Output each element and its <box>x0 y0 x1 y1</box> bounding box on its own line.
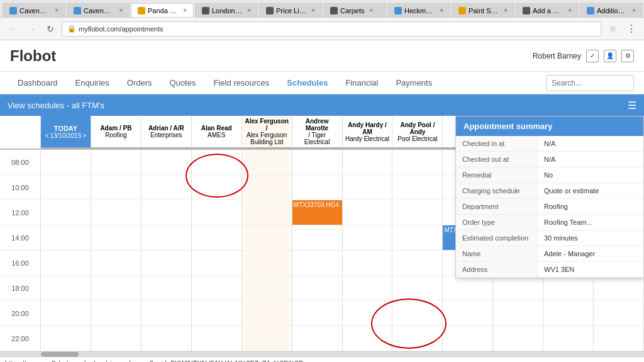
col-header-andy-h: Andy Hardy / AM Hardy Electrical <box>343 116 393 149</box>
nav-payments[interactable]: Payments <box>388 74 440 91</box>
summary-value-address: WV1 3EN <box>538 262 643 277</box>
summary-label-remedial: Remedial <box>456 167 538 183</box>
back-button[interactable]: ← <box>5 21 20 37</box>
col-header-alex: Alex Ferguson / Alex Ferguson Building L… <box>242 116 292 149</box>
summary-value-est-completion: 30 minutes <box>538 230 643 246</box>
nav-quotes[interactable]: Quotes <box>162 74 204 91</box>
col-today-label: TODAY <box>54 125 77 132</box>
tab-5[interactable]: Price List - Cc × <box>259 3 322 17</box>
status-url: https://www.myflobot.com/orders/vieworde… <box>5 359 304 363</box>
data-col-andy-p <box>392 150 443 351</box>
user-section: Robert Barney ✓ 👤 ⚙ <box>533 50 634 62</box>
time-1800: 18:00 <box>0 276 41 301</box>
col-header-adrian: Adrian / A/R Enterprises <box>142 116 192 149</box>
tab-2[interactable]: Cavendish de × <box>67 3 130 17</box>
time-1600: 16:00 <box>0 251 41 276</box>
summary-value-remedial: No <box>538 167 643 183</box>
app-header: Flobot Robert Barney ✓ 👤 ⚙ <box>0 40 644 72</box>
nav-schedules[interactable]: Schedules <box>279 74 335 91</box>
user-actions: ✓ 👤 ⚙ <box>586 50 634 62</box>
checkmark-icon[interactable]: ✓ <box>586 50 599 62</box>
time-col-header <box>0 116 41 149</box>
summary-row-checked-in: Checked in at N/A <box>456 136 643 152</box>
data-col-adam <box>91 150 142 351</box>
settings-icon[interactable]: ⚙ <box>621 50 634 62</box>
schedules-header-bar: View schedules - all FTM's ☰ <box>0 94 644 116</box>
data-col-adrian <box>142 150 192 351</box>
summary-label-charging: Charging schedule <box>456 183 538 198</box>
nav-enquiries[interactable]: Enquiries <box>68 74 117 91</box>
address-bar[interactable]: 🔒 myflobot.com/appointments <box>62 21 601 37</box>
nav-financial[interactable]: Financial <box>338 74 386 91</box>
search-input[interactable] <box>546 75 634 91</box>
status-bar: https://www.myflobot.com/orders/vieworde… <box>0 356 644 362</box>
menu-icon[interactable]: ⋮ <box>624 21 639 37</box>
summary-header: Appointment summary <box>456 116 643 136</box>
data-col-alex <box>242 150 292 351</box>
summary-row-charging: Charging schedule Quote or estimate <box>456 183 643 199</box>
data-col-andrew: MTX33703 HG4 <box>292 150 343 351</box>
nav-dashboard[interactable]: Dashboard <box>10 74 65 91</box>
summary-value-name: Adele - Manager <box>538 246 643 261</box>
refresh-button[interactable]: ↻ <box>43 21 58 37</box>
lock-icon: 🔒 <box>67 25 76 33</box>
schedules-title: View schedules - all FTM's <box>8 101 104 110</box>
schedule-table: TODAY < 13/10/2015 > Adam / PB Roofing A… <box>0 116 644 351</box>
summary-row-department: Department Roofing <box>456 199 643 215</box>
summary-row-checked-out: Checked out at N/A <box>456 152 643 167</box>
user-account-icon[interactable]: 👤 <box>604 50 616 62</box>
summary-value-order-type: Roofing Team... <box>538 215 643 230</box>
col-today-date: < 13/10/2015 > <box>45 132 87 139</box>
url-display: myflobot.com/appointments <box>79 25 164 33</box>
summary-value-department: Roofing <box>538 199 643 214</box>
forward-button[interactable]: → <box>24 21 39 37</box>
summary-label-order-type: Order type <box>456 215 538 230</box>
summary-row-name: Name Adele - Manager <box>456 246 643 262</box>
prev-day-arrow[interactable]: < <box>45 132 49 139</box>
tab-3[interactable]: Panda Se... × <box>131 3 194 17</box>
summary-row-address: Address WV1 3EN <box>456 262 643 278</box>
summary-label-name: Name <box>456 246 538 261</box>
col-header-adam: Adam / PB Roofing <box>91 116 142 149</box>
tab-6[interactable]: Carpets × <box>323 3 386 17</box>
browser-tabs: Cavendish de × Cavendish de × Panda Se..… <box>0 0 644 18</box>
time-labels: 08:00 10:00 12:00 14:00 16:00 18:00 20:0… <box>0 150 41 351</box>
time-1000: 10:00 <box>0 175 41 200</box>
time-1400: 14:00 <box>0 225 41 251</box>
summary-value-charging: Quote or estimate <box>538 183 643 198</box>
appointment-mtx33703[interactable]: MTX33703 HG4 <box>292 200 342 225</box>
summary-label-checked-out: Checked out at <box>456 152 538 167</box>
app-logo: Flobot <box>10 47 533 65</box>
time-1200: 12:00 <box>0 200 41 225</box>
tab-10[interactable]: Additional us... × <box>580 3 643 17</box>
summary-label-checked-in: Checked in at <box>456 136 538 151</box>
user-name: Robert Barney <box>533 52 581 60</box>
time-2000: 20:00 <box>0 301 41 326</box>
summary-value-checked-in: N/A <box>538 136 643 151</box>
horizontal-scrollbar[interactable] <box>0 351 644 356</box>
appointment-summary-popup: Appointment summary Checked in at N/A Ch… <box>455 116 644 278</box>
col-header-today[interactable]: TODAY < 13/10/2015 > <box>41 116 91 149</box>
tab-8[interactable]: Paint Shop P... × <box>452 3 514 17</box>
time-0800: 08:00 <box>0 150 41 175</box>
summary-value-checked-out: N/A <box>538 152 643 167</box>
tab-7[interactable]: Heckmondwi... × <box>387 3 450 17</box>
summary-label-address: Address <box>456 262 538 277</box>
summary-row-est-completion: Estimated completion 30 minutes <box>456 230 643 246</box>
data-col-today <box>41 150 91 351</box>
summary-row-order-type: Order type Roofing Team... <box>456 215 643 230</box>
summary-label-department: Department <box>456 199 538 214</box>
bookmark-icon[interactable]: ☆ <box>605 21 620 37</box>
col-header-andy-p: Andy Pool / Andy Pool Electrical <box>392 116 443 149</box>
tab-4[interactable]: London Dem... × <box>195 3 258 17</box>
tab-1[interactable]: Cavendish de × <box>3 3 65 17</box>
nav-orders[interactable]: Orders <box>119 74 160 91</box>
nav-field-resources[interactable]: Field resources <box>206 74 277 91</box>
next-day-arrow[interactable]: > <box>82 132 86 139</box>
summary-row-remedial: Remedial No <box>456 167 643 183</box>
browser-bar: ← → ↻ 🔒 myflobot.com/appointments ☆ ⋮ <box>0 18 644 40</box>
menu-toggle-icon[interactable]: ☰ <box>628 99 636 111</box>
data-col-alan <box>192 150 242 351</box>
summary-label-est-completion: Estimated completion <box>456 230 538 246</box>
tab-9[interactable]: Add a New P... × <box>516 3 579 17</box>
